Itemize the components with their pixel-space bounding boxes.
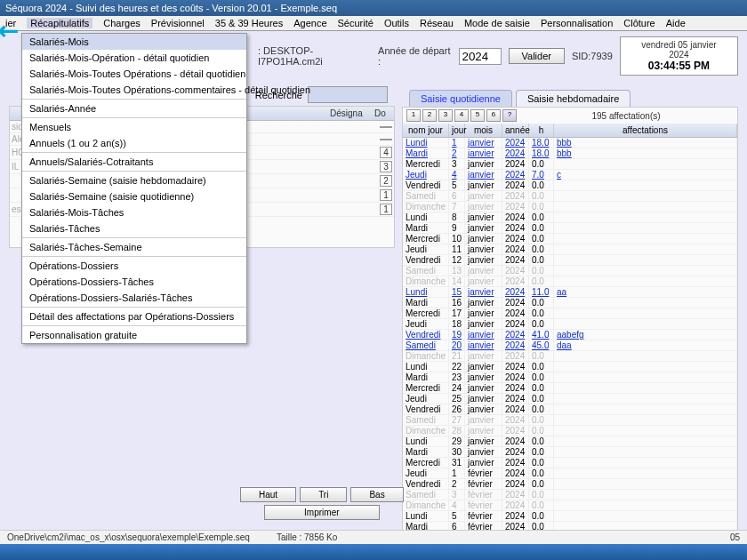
valider-button[interactable]: Valider — [509, 48, 565, 64]
date-text: vendredi 05 janvier 2024 — [633, 40, 725, 60]
dropdown-item[interactable]: Salariés-Semaine (saisie quotidienne) — [22, 188, 246, 204]
grid-row[interactable]: Samedi27janvier20240.0 — [403, 415, 737, 426]
bas-button[interactable]: Bas — [350, 487, 403, 502]
hdr-h[interactable]: h — [529, 124, 554, 137]
dropdown-item[interactable]: Détail des affectations par Opérations-D… — [22, 308, 246, 324]
menu-cl-ture[interactable]: Clôture — [623, 18, 655, 28]
hdr-affect[interactable]: affectations — [554, 124, 737, 137]
page-more[interactable]: ? — [502, 109, 517, 122]
grid-row[interactable]: Lundi22janvier20240.0 — [403, 362, 737, 372]
grid-row[interactable]: Dimanche7janvier20240.0 — [403, 202, 737, 212]
menu-charges[interactable]: Charges — [103, 18, 141, 28]
page-2[interactable]: 2 — [422, 109, 437, 122]
menu-bar: ierRécapitulatifsChargesPrévisionnel35 &… — [0, 16, 747, 31]
hdr-jour[interactable]: jour — [449, 124, 465, 137]
menu-r-capitulatifs[interactable]: Récapitulatifs — [27, 18, 92, 28]
dropdown-item[interactable]: Salariés-Mois-Opération - détail quotidi… — [22, 50, 246, 66]
grid-row[interactable]: Dimanche28janvier20240.0 — [403, 426, 737, 436]
grid-row[interactable]: Mardi23janvier20240.0 — [403, 372, 737, 383]
dropdown-item[interactable]: Personnalisation gratuite — [22, 327, 246, 343]
grid-row[interactable]: Mardi9janvier20240.0 — [403, 223, 737, 234]
dropdown-item[interactable]: Salariés-Mois-Toutes Opérations-commenta… — [22, 82, 246, 98]
page-1[interactable]: 1 — [406, 109, 421, 122]
poste-label: : DESKTOP-I7PO1HA.cm2i — [258, 45, 371, 67]
menu-r-seau[interactable]: Réseau — [420, 18, 454, 28]
grid-row[interactable]: Dimanche4février20240.0 — [403, 500, 737, 511]
page-5[interactable]: 5 — [470, 109, 485, 122]
hdr-nom[interactable]: nom jour — [403, 124, 449, 137]
menu-personnalisation[interactable]: Personnalisation — [541, 18, 613, 28]
grid-row[interactable]: Lundi29janvier20240.0 — [403, 436, 737, 447]
grid-row[interactable]: Jeudi1février20240.0 — [403, 468, 737, 479]
time-text: 03:44:55 PM — [633, 60, 725, 72]
dropdown-item[interactable]: Opérations-Dossiers-Tâches — [22, 274, 246, 290]
dropdown-item[interactable]: Salariés-Tâches-Semaine — [22, 239, 246, 255]
grid-row[interactable]: Jeudi4janvier20247.0c — [403, 170, 737, 180]
bottom-btn-group: Haut Tri Bas Imprimer — [240, 487, 404, 520]
page-4[interactable]: 4 — [454, 109, 469, 122]
grid-row[interactable]: Samedi3février20240.0 — [403, 490, 737, 500]
grid-row[interactable]: Samedi20janvier202445.0daa — [403, 340, 737, 351]
dropdown-item[interactable]: Mensuels — [22, 119, 246, 135]
grid-row[interactable]: Mercredi31janvier20240.0 — [403, 458, 737, 468]
dropdown-item[interactable]: Salariés-Mois-Tâches — [22, 204, 246, 220]
grid-row[interactable]: Vendredi19janvier202441.0aabefg — [403, 330, 737, 340]
status-path: OneDrive\cm2i\mac_os_x\osx\sequora\exemp… — [7, 532, 250, 542]
grid-header: nom jour jour mois année h affectations — [403, 124, 737, 138]
dropdown-item[interactable]: Salariés-Tâches — [22, 220, 246, 236]
menu-aide[interactable]: Aide — [666, 18, 686, 28]
dropdown-item[interactable]: Annuels (1 ou 2 an(s)) — [22, 135, 246, 151]
tri-button[interactable]: Tri — [300, 487, 347, 502]
grid-row[interactable]: Vendredi5janvier20240.0 — [403, 180, 737, 191]
grid-row[interactable]: Lundi15janvier202411.0aa — [403, 287, 737, 298]
menu-mode-de-saisie[interactable]: Mode de saisie — [464, 18, 530, 28]
imprimer-button[interactable]: Imprimer — [264, 505, 379, 520]
dropdown-item[interactable]: Annuels/Salariés-Cotraitants — [22, 154, 246, 170]
grid-row[interactable]: Lundi1janvier202418.0bbb — [403, 138, 737, 148]
menu-s-curit-[interactable]: Sécurité — [338, 18, 374, 28]
hdr-annee[interactable]: année — [502, 124, 529, 137]
haut-button[interactable]: Haut — [240, 487, 296, 502]
affect-count: 195 affectation(s) — [518, 111, 734, 121]
col-do: Do — [374, 108, 392, 118]
tab-saisie-hebdo[interactable]: Saisie hebdomadaire — [516, 90, 631, 107]
grid-row[interactable]: Dimanche14janvier20240.0 — [403, 276, 737, 287]
grid-row[interactable]: Vendredi12janvier20240.0 — [403, 255, 737, 266]
grid-row[interactable]: Dimanche21janvier20240.0 — [403, 351, 737, 362]
grid-row[interactable]: Mardi2janvier202418.0bbb — [403, 148, 737, 159]
hdr-mois[interactable]: mois — [465, 124, 502, 137]
grid-row[interactable]: Mercredi10janvier20240.0 — [403, 234, 737, 244]
menu-pr-visionnel[interactable]: Prévisionnel — [151, 18, 205, 28]
grid-row[interactable]: Jeudi11janvier20240.0 — [403, 244, 737, 255]
page-3[interactable]: 3 — [438, 109, 453, 122]
search-input[interactable] — [308, 86, 388, 103]
dropdown-item[interactable]: Salariés-Mois-Toutes Opérations - détail… — [22, 66, 246, 82]
grid-row[interactable]: Samedi6janvier20240.0 — [403, 191, 737, 202]
grid-row[interactable]: Vendredi2février20240.0 — [403, 479, 737, 490]
grid-row[interactable]: Mercredi3janvier20240.0 — [403, 159, 737, 170]
grid-row[interactable]: Mardi16janvier20240.0 — [403, 298, 737, 308]
grid-row[interactable]: Mardi30janvier20240.0 — [403, 447, 737, 458]
dropdown-item[interactable]: Salariés-Mois — [22, 34, 246, 50]
grid-row[interactable]: Samedi13janvier20240.0 — [403, 266, 737, 276]
menu--heures[interactable]: 35 & 39 Heures — [215, 18, 283, 28]
dropdown-item[interactable]: Opérations-Dossiers-Salariés-Tâches — [22, 290, 246, 306]
os-taskbar[interactable] — [0, 544, 747, 560]
grid-row[interactable]: Jeudi25janvier20240.0 — [403, 394, 737, 404]
grid-row[interactable]: Lundi5février20240.0 — [403, 511, 737, 522]
window-title: Séquora 2024 - Suivi des heures et des c… — [0, 0, 747, 16]
dropdown-item[interactable]: Salariés-Semaine (saisie hebdomadaire) — [22, 172, 246, 188]
grid-row[interactable]: Vendredi26janvier20240.0 — [403, 404, 737, 415]
grid-body[interactable]: Lundi1janvier202418.0bbbMardi2janvier202… — [403, 138, 737, 560]
annee-input[interactable] — [459, 48, 502, 65]
dropdown-item[interactable]: Opérations-Dossiers — [22, 258, 246, 274]
dropdown-item[interactable]: Salariés-Année — [22, 100, 246, 116]
grid-row[interactable]: Jeudi18janvier20240.0 — [403, 319, 737, 330]
grid-row[interactable]: Lundi8janvier20240.0 — [403, 212, 737, 223]
tab-saisie-quotidienne[interactable]: Saisie quotidienne — [409, 90, 512, 107]
page-6[interactable]: 6 — [486, 109, 501, 122]
menu-outils[interactable]: Outils — [384, 18, 409, 28]
grid-row[interactable]: Mercredi17janvier20240.0 — [403, 308, 737, 319]
grid-row[interactable]: Mercredi24janvier20240.0 — [403, 383, 737, 394]
menu-agence[interactable]: Agence — [293, 18, 326, 28]
